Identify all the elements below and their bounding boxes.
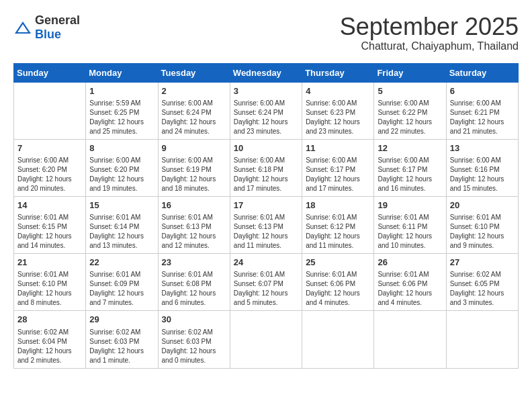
day-number: 19 xyxy=(378,199,442,212)
day-info: Sunrise: 6:01 AMSunset: 6:12 PMDaylight:… xyxy=(306,213,370,250)
day-info: Sunrise: 6:01 AMSunset: 6:06 PMDaylight:… xyxy=(378,270,442,308)
calendar-cell: 21Sunrise: 6:01 AMSunset: 6:10 PMDayligh… xyxy=(14,254,86,311)
calendar-cell: 3Sunrise: 6:00 AMSunset: 6:24 PMDaylight… xyxy=(230,82,302,139)
day-number: 28 xyxy=(17,314,82,326)
day-number: 13 xyxy=(450,142,515,154)
day-number: 6 xyxy=(450,85,515,97)
day-info: Sunrise: 6:02 AMSunset: 6:04 PMDaylight:… xyxy=(17,328,82,365)
calendar-cell xyxy=(302,311,374,368)
month-title: September 2025 xyxy=(340,13,519,40)
calendar-cell: 9Sunrise: 6:00 AMSunset: 6:19 PMDaylight… xyxy=(158,139,230,196)
day-number: 14 xyxy=(17,199,82,212)
weekday-header: Sunday xyxy=(14,63,86,82)
calendar-week-row: 1Sunrise: 5:59 AMSunset: 6:25 PMDaylight… xyxy=(14,82,519,139)
calendar-cell xyxy=(446,311,518,368)
calendar-cell: 8Sunrise: 6:00 AMSunset: 6:20 PMDaylight… xyxy=(86,139,158,196)
weekday-header: Tuesday xyxy=(158,63,230,82)
day-info: Sunrise: 6:02 AMSunset: 6:03 PMDaylight:… xyxy=(89,328,154,365)
calendar-cell: 22Sunrise: 6:01 AMSunset: 6:09 PMDayligh… xyxy=(86,254,158,311)
day-info: Sunrise: 6:01 AMSunset: 6:13 PMDaylight:… xyxy=(162,213,226,250)
day-info: Sunrise: 6:01 AMSunset: 6:11 PMDaylight:… xyxy=(378,213,442,250)
calendar-cell: 27Sunrise: 6:02 AMSunset: 6:05 PMDayligh… xyxy=(446,254,518,311)
day-number: 4 xyxy=(306,85,370,97)
calendar-cell: 5Sunrise: 6:00 AMSunset: 6:22 PMDaylight… xyxy=(374,82,446,139)
day-number: 16 xyxy=(162,199,226,212)
day-number: 10 xyxy=(234,142,298,154)
day-info: Sunrise: 6:00 AMSunset: 6:17 PMDaylight:… xyxy=(306,156,370,193)
day-info: Sunrise: 6:01 AMSunset: 6:06 PMDaylight:… xyxy=(306,270,370,308)
calendar-cell xyxy=(14,82,86,139)
calendar-cell: 16Sunrise: 6:01 AMSunset: 6:13 PMDayligh… xyxy=(158,196,230,253)
day-number: 21 xyxy=(17,257,82,269)
title-block: September 2025 Chatturat, Chaiyaphum, Th… xyxy=(340,13,519,52)
day-number: 22 xyxy=(89,257,154,269)
calendar-week-row: 21Sunrise: 6:01 AMSunset: 6:10 PMDayligh… xyxy=(14,254,519,311)
calendar-cell: 23Sunrise: 6:01 AMSunset: 6:08 PMDayligh… xyxy=(158,254,230,311)
calendar-cell: 19Sunrise: 6:01 AMSunset: 6:11 PMDayligh… xyxy=(374,196,446,253)
day-number: 8 xyxy=(89,142,154,154)
calendar-cell: 26Sunrise: 6:01 AMSunset: 6:06 PMDayligh… xyxy=(374,254,446,311)
day-info: Sunrise: 6:01 AMSunset: 6:13 PMDaylight:… xyxy=(234,213,298,250)
day-info: Sunrise: 6:01 AMSunset: 6:07 PMDaylight:… xyxy=(234,270,298,308)
calendar-week-row: 14Sunrise: 6:01 AMSunset: 6:15 PMDayligh… xyxy=(14,196,519,253)
day-info: Sunrise: 6:00 AMSunset: 6:16 PMDaylight:… xyxy=(450,156,515,193)
calendar-cell: 24Sunrise: 6:01 AMSunset: 6:07 PMDayligh… xyxy=(230,254,302,311)
day-info: Sunrise: 5:59 AMSunset: 6:25 PMDaylight:… xyxy=(89,99,154,136)
calendar-cell: 13Sunrise: 6:00 AMSunset: 6:16 PMDayligh… xyxy=(446,139,518,196)
weekday-header: Monday xyxy=(86,63,158,82)
calendar-cell xyxy=(374,311,446,368)
calendar-cell: 11Sunrise: 6:00 AMSunset: 6:17 PMDayligh… xyxy=(302,139,374,196)
calendar-cell: 12Sunrise: 6:00 AMSunset: 6:17 PMDayligh… xyxy=(374,139,446,196)
day-number: 5 xyxy=(378,85,442,97)
day-number: 2 xyxy=(162,85,226,97)
calendar-cell: 4Sunrise: 6:00 AMSunset: 6:23 PMDaylight… xyxy=(302,82,374,139)
calendar-cell: 28Sunrise: 6:02 AMSunset: 6:04 PMDayligh… xyxy=(14,311,86,368)
location: Chatturat, Chaiyaphum, Thailand xyxy=(340,40,519,52)
calendar-cell: 1Sunrise: 5:59 AMSunset: 6:25 PMDaylight… xyxy=(86,82,158,139)
day-info: Sunrise: 6:01 AMSunset: 6:14 PMDaylight:… xyxy=(89,213,154,250)
day-info: Sunrise: 6:00 AMSunset: 6:21 PMDaylight:… xyxy=(450,99,515,136)
logo-icon xyxy=(13,20,32,35)
calendar-cell: 18Sunrise: 6:01 AMSunset: 6:12 PMDayligh… xyxy=(302,196,374,253)
calendar-week-row: 7Sunrise: 6:00 AMSunset: 6:20 PMDaylight… xyxy=(14,139,519,196)
day-info: Sunrise: 6:02 AMSunset: 6:05 PMDaylight:… xyxy=(450,270,515,308)
calendar-cell: 7Sunrise: 6:00 AMSunset: 6:20 PMDaylight… xyxy=(14,139,86,196)
day-info: Sunrise: 6:00 AMSunset: 6:20 PMDaylight:… xyxy=(17,156,82,193)
page-header: General Blue September 2025 Chatturat, C… xyxy=(13,13,519,52)
day-number: 11 xyxy=(306,142,370,154)
day-number: 9 xyxy=(162,142,226,154)
calendar-cell xyxy=(230,311,302,368)
day-info: Sunrise: 6:00 AMSunset: 6:18 PMDaylight:… xyxy=(234,156,298,193)
calendar-table: SundayMondayTuesdayWednesdayThursdayFrid… xyxy=(13,63,519,369)
calendar-cell: 10Sunrise: 6:00 AMSunset: 6:18 PMDayligh… xyxy=(230,139,302,196)
day-info: Sunrise: 6:00 AMSunset: 6:23 PMDaylight:… xyxy=(306,99,370,136)
day-number: 29 xyxy=(89,314,154,326)
logo-blue: Blue xyxy=(35,28,61,41)
weekday-header: Saturday xyxy=(446,63,518,82)
day-info: Sunrise: 6:01 AMSunset: 6:08 PMDaylight:… xyxy=(162,270,226,308)
day-info: Sunrise: 6:01 AMSunset: 6:15 PMDaylight:… xyxy=(17,213,82,250)
calendar-cell: 30Sunrise: 6:02 AMSunset: 6:03 PMDayligh… xyxy=(158,311,230,368)
day-info: Sunrise: 6:00 AMSunset: 6:22 PMDaylight:… xyxy=(378,99,442,136)
day-number: 17 xyxy=(234,199,298,212)
day-number: 12 xyxy=(378,142,442,154)
day-info: Sunrise: 6:01 AMSunset: 6:10 PMDaylight:… xyxy=(17,270,82,308)
day-number: 26 xyxy=(378,257,442,269)
day-info: Sunrise: 6:01 AMSunset: 6:10 PMDaylight:… xyxy=(450,213,515,250)
day-number: 18 xyxy=(306,199,370,212)
day-info: Sunrise: 6:00 AMSunset: 6:17 PMDaylight:… xyxy=(378,156,442,193)
calendar-cell: 6Sunrise: 6:00 AMSunset: 6:21 PMDaylight… xyxy=(446,82,518,139)
day-info: Sunrise: 6:01 AMSunset: 6:09 PMDaylight:… xyxy=(89,270,154,308)
day-number: 25 xyxy=(306,257,370,269)
calendar-cell: 25Sunrise: 6:01 AMSunset: 6:06 PMDayligh… xyxy=(302,254,374,311)
calendar-cell: 29Sunrise: 6:02 AMSunset: 6:03 PMDayligh… xyxy=(86,311,158,368)
weekday-header: Friday xyxy=(374,63,446,82)
calendar-cell: 14Sunrise: 6:01 AMSunset: 6:15 PMDayligh… xyxy=(14,196,86,253)
weekday-header: Thursday xyxy=(302,63,374,82)
day-number: 24 xyxy=(234,257,298,269)
day-info: Sunrise: 6:02 AMSunset: 6:03 PMDaylight:… xyxy=(162,328,226,365)
day-number: 20 xyxy=(450,199,515,212)
day-number: 30 xyxy=(162,314,226,326)
day-number: 3 xyxy=(234,85,298,97)
day-number: 1 xyxy=(89,85,154,97)
